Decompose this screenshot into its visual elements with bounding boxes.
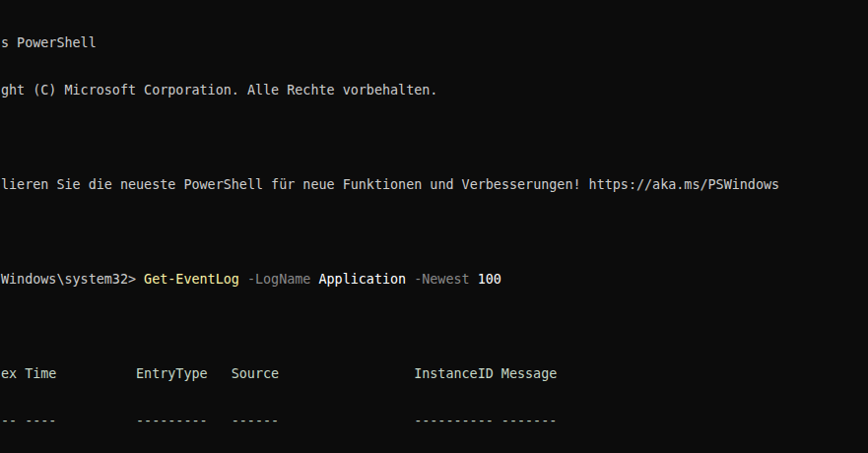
banner-copyright-line: ght (C) Microsoft Corporation. Alle Rech… — [1, 83, 868, 98]
header-index: ex — [1, 366, 17, 382]
banner-title-line: s PowerShell — [1, 35, 868, 51]
argument-application-token: Application — [318, 272, 406, 287]
argument-count-token: 100 — [478, 272, 501, 287]
command-line[interactable]: Windows\system32>Get-EventLog-LogNameApp… — [1, 272, 868, 288]
parameter-logname-token: -LogName — [247, 272, 311, 287]
header-instanceid: InstanceID — [414, 366, 494, 382]
blank-line — [1, 319, 868, 335]
table-header-row: exTimeEntryTypeSourceInstanceIDMessage — [1, 366, 868, 382]
command-token: Get-EventLog — [144, 272, 239, 287]
header-message: Message — [501, 366, 557, 381]
dashes-entrytype: --------- — [136, 414, 232, 429]
terminal-screen[interactable]: s PowerShell ght (C) Microsoft Corporati… — [1, 4, 868, 453]
header-time: Time — [25, 366, 136, 382]
powershell-terminal: { "terminal": { "banner": { "title_line"… — [0, 0, 868, 453]
parameter-newest-token: -Newest — [414, 272, 469, 287]
blank-line — [1, 130, 868, 146]
header-entrytype: EntryType — [136, 366, 232, 382]
dashes-index: -- — [1, 414, 17, 429]
header-source: Source — [232, 366, 414, 382]
blank-line — [1, 225, 868, 240]
prompt-path: Windows\system32> — [1, 272, 136, 287]
dashes-time: ---- — [25, 414, 136, 429]
dashes-message: ------- — [501, 414, 557, 428]
table-header-underline-row: -------------------------------------- — [1, 414, 868, 429]
dashes-instanceid: ---------- — [414, 414, 494, 429]
dashes-source: ------ — [232, 414, 414, 429]
update-notice-line: lieren Sie die neueste PowerShell für ne… — [1, 177, 868, 193]
